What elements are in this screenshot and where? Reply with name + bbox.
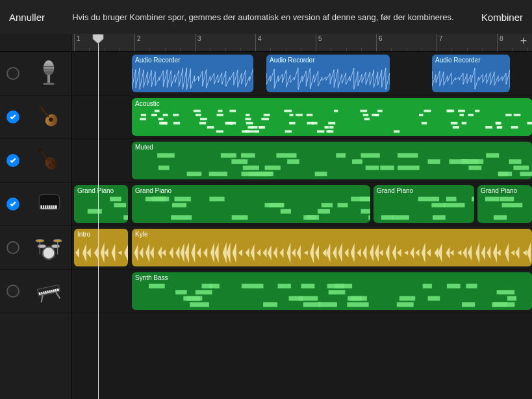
svg-rect-202: [492, 302, 507, 307]
track-lane-synth[interactable]: Synth Bass: [71, 270, 532, 313]
region[interactable]: Kyle: [132, 229, 532, 266]
region-label: Grand Piano: [132, 185, 370, 196]
region[interactable]: Grand Piano: [132, 185, 370, 223]
svg-rect-36: [422, 122, 427, 125]
svg-rect-168: [392, 215, 409, 220]
svg-rect-192: [209, 284, 220, 289]
svg-rect-142: [171, 215, 192, 220]
svg-rect-119: [428, 159, 440, 164]
svg-rect-52: [511, 126, 518, 129]
svg-rect-33: [462, 122, 467, 125]
region[interactable]: Intro: [74, 229, 128, 266]
region-content: [266, 68, 390, 90]
svg-rect-77: [460, 114, 464, 116]
svg-line-23: [40, 295, 44, 302]
region-content: [74, 196, 128, 220]
track-lane-acou[interactable]: Acoustic: [71, 96, 532, 139]
svg-rect-170: [494, 215, 507, 220]
svg-rect-114: [352, 159, 362, 164]
svg-rect-205: [329, 290, 346, 294]
svg-rect-139: [88, 209, 102, 214]
track-select-checkbox[interactable]: [6, 198, 19, 211]
region[interactable]: Grand Piano: [374, 185, 474, 223]
merge-button[interactable]: Kombiner: [479, 8, 526, 27]
track-lane-bass[interactable]: Muted: [71, 139, 532, 183]
svg-rect-123: [231, 159, 247, 164]
region[interactable]: Audio Recorder: [266, 55, 390, 92]
svg-rect-79: [374, 114, 379, 116]
svg-rect-151: [318, 209, 330, 214]
region-content: [477, 196, 532, 220]
ruler-bar-8: 8: [497, 34, 503, 51]
svg-rect-4: [40, 107, 49, 118]
track-header-bass: [0, 139, 71, 183]
svg-rect-157: [232, 215, 248, 220]
svg-rect-177: [196, 290, 212, 294]
region-content: [132, 68, 253, 90]
drum-kit-icon: [26, 234, 71, 261]
svg-rect-129: [243, 166, 259, 170]
svg-rect-56: [363, 114, 369, 116]
region[interactable]: Synth Bass: [132, 272, 532, 310]
svg-rect-92: [364, 118, 370, 120]
svg-rect-140: [123, 215, 128, 220]
svg-rect-204: [351, 296, 362, 301]
svg-rect-171: [485, 197, 499, 201]
cancel-button[interactable]: Annuller: [6, 8, 47, 27]
track-header-synth: [0, 270, 71, 313]
track-select-checkbox[interactable]: [6, 67, 19, 80]
svg-rect-55: [218, 110, 223, 112]
svg-rect-133: [276, 153, 296, 158]
region[interactable]: Audio Recorder: [132, 55, 253, 92]
svg-rect-186: [289, 296, 303, 301]
timeline-area[interactable]: + 12345678 Audio RecorderAudio RecorderA…: [71, 34, 532, 399]
svg-rect-138: [110, 197, 121, 201]
svg-rect-203: [327, 284, 344, 289]
track-lane-drums[interactable]: IntroKyle: [71, 226, 532, 270]
svg-rect-37: [451, 122, 458, 125]
svg-rect-82: [307, 114, 313, 116]
svg-rect-26: [245, 118, 251, 120]
bar-ruler[interactable]: + 12345678: [71, 34, 532, 52]
svg-rect-95: [361, 110, 368, 112]
svg-rect-108: [157, 153, 175, 158]
svg-rect-163: [472, 197, 474, 201]
svg-rect-60: [200, 118, 207, 120]
region-label: Grand Piano: [74, 185, 128, 196]
svg-rect-167: [381, 215, 393, 220]
svg-rect-48: [377, 110, 383, 112]
region[interactable]: Grand Piano: [74, 185, 128, 223]
svg-rect-162: [418, 197, 439, 201]
region[interactable]: Acoustic: [132, 98, 532, 136]
ruler-bar-5: 5: [316, 34, 322, 51]
track-select-checkbox[interactable]: [6, 241, 19, 254]
svg-rect-184: [397, 302, 414, 307]
svg-rect-146: [361, 209, 371, 214]
region[interactable]: Muted: [132, 142, 532, 179]
track-lane-vox[interactable]: Audio RecorderAudio RecorderAudio Record…: [71, 52, 532, 96]
track-select-checkbox[interactable]: [6, 110, 19, 123]
svg-rect-137: [114, 203, 127, 207]
svg-rect-88: [246, 114, 250, 116]
playhead-handle-icon[interactable]: [92, 34, 104, 44]
svg-rect-105: [398, 166, 420, 170]
svg-line-24: [56, 292, 60, 299]
playhead[interactable]: [98, 34, 99, 399]
svg-rect-161: [431, 203, 445, 207]
region-label: Acoustic: [132, 98, 532, 109]
add-section-button[interactable]: +: [518, 36, 529, 48]
track-lane-piano[interactable]: Grand PianoGrand PianoGrand PianoGrand P…: [71, 183, 532, 226]
track-select-checkbox[interactable]: [6, 154, 19, 167]
svg-rect-134: [449, 159, 469, 164]
track-select-checkbox[interactable]: [6, 285, 19, 298]
ruler-bar-3: 3: [195, 34, 201, 51]
svg-rect-185: [149, 284, 165, 289]
svg-rect-99: [253, 130, 259, 133]
svg-rect-74: [514, 114, 521, 116]
svg-rect-173: [263, 302, 277, 307]
svg-rect-109: [520, 172, 533, 176]
svg-rect-30: [194, 110, 201, 112]
svg-rect-111: [509, 159, 522, 164]
region[interactable]: Grand Piano: [477, 185, 532, 223]
region[interactable]: Audio Recorder: [432, 55, 510, 92]
